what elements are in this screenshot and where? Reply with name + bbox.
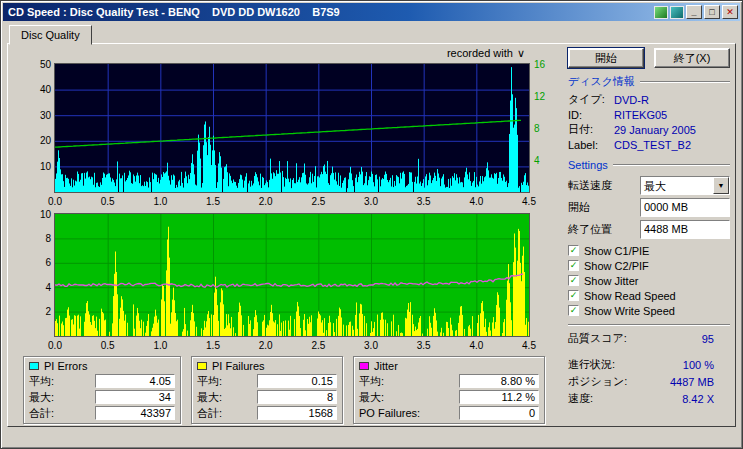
stat-label: 合計:: [29, 406, 54, 421]
disc-type-value: DVD-R: [614, 94, 649, 106]
show-options-list: ✓ Show C1/PIE ✓ Show C2/PIF ✓ Show Jitte…: [568, 243, 730, 318]
checkbox-box[interactable]: ✓: [568, 245, 579, 256]
end-position-row: 終了位置: [568, 218, 730, 240]
svg-text:3.0: 3.0: [364, 196, 378, 207]
start-position-label: 開始: [568, 200, 590, 215]
checkbox-label: Show Read Speed: [584, 290, 676, 302]
tab-panel: recorded with∨ 10203040504812160.00.51.0…: [7, 43, 736, 427]
svg-text:1.0: 1.0: [153, 196, 167, 207]
stat-label: 平均:: [29, 374, 54, 389]
stat-value: 34: [95, 390, 175, 404]
svg-text:3.5: 3.5: [417, 196, 431, 207]
checkbox-label: Show C2/PIF: [584, 260, 649, 272]
pi-failures-swatch: [197, 362, 207, 370]
svg-text:8: 8: [534, 123, 540, 134]
recorded-with-text: recorded with: [447, 47, 513, 59]
checkbox-box[interactable]: ✓: [568, 305, 579, 316]
start-button[interactable]: 開始: [568, 48, 644, 68]
speed-row: 速度: 8.42 X: [568, 390, 730, 407]
pi-errors-swatch: [29, 362, 39, 370]
svg-text:1.5: 1.5: [206, 340, 220, 351]
minimize-button[interactable]: _: [686, 5, 702, 19]
stat-value: 8: [257, 390, 337, 404]
disc-label-value: CDS_TEST_B2: [614, 139, 691, 151]
svg-text:10: 10: [40, 161, 52, 172]
check-icon: ✓: [570, 291, 578, 300]
svg-text:10: 10: [40, 210, 52, 220]
check-icon: ✓: [570, 246, 578, 255]
stat-row: 平均: 8.80 %: [359, 373, 539, 389]
check-icon: ✓: [570, 261, 578, 270]
svg-text:1.5: 1.5: [206, 196, 220, 207]
exit-button[interactable]: 終了(X): [654, 48, 730, 68]
checkbox-box[interactable]: ✓: [568, 260, 579, 271]
control-panel: 開始 終了(X) ディスク情報 タイプ: DVD-R ID: RITEKG05 …: [559, 47, 732, 423]
svg-text:6: 6: [45, 257, 51, 268]
speed-select[interactable]: 最大 ▼: [640, 176, 730, 195]
stat-label: PO Failures:: [359, 407, 420, 419]
disc-label-label: Label:: [568, 139, 614, 151]
chevron-down-icon[interactable]: ▼: [713, 177, 729, 194]
tab-disc-quality[interactable]: Disc Quality: [9, 25, 92, 45]
close-button[interactable]: ✕: [722, 5, 738, 19]
svg-text:12: 12: [534, 91, 546, 102]
stat-label: 最大:: [29, 390, 54, 405]
checkbox-label: Show C1/PIE: [584, 245, 649, 257]
position-label: ポジション:: [568, 374, 627, 389]
svg-text:4.5: 4.5: [522, 196, 536, 207]
speed-select-value: 最大: [641, 177, 713, 194]
stat-label: 合計:: [197, 406, 222, 421]
start-position-input[interactable]: [640, 198, 730, 217]
divider: [568, 324, 730, 326]
svg-text:20: 20: [40, 135, 52, 146]
stat-value: 43397: [95, 406, 175, 420]
pi-failures-stats-box: PI Failures 平均: 0.15 最大: 8 合計: 1568: [191, 356, 343, 424]
disc-type-row: タイプ: DVD-R: [568, 92, 730, 107]
stats-row: PI Errors 平均: 4.05 最大: 34 合計: 43397: [23, 356, 559, 424]
progress-row: 進行状況: 100 %: [568, 356, 730, 373]
pi-errors-chart: 10203040504812160.00.51.01.52.02.53.03.5…: [11, 60, 559, 210]
green-app-icon[interactable]: [654, 6, 668, 19]
checkbox-box[interactable]: ✓: [568, 275, 579, 286]
disc-date-label: 日付:: [568, 122, 614, 137]
checkbox-show-c1-pie[interactable]: ✓ Show C1/PIE: [568, 243, 730, 258]
jitter-stats-box: Jitter 平均: 8.80 % 最大: 11.2 % PO Failures…: [353, 356, 545, 424]
pi-failures-legend: PI Failures: [197, 359, 337, 373]
title-bar[interactable]: CD Speed : Disc Quality Test - BENQ DVD …: [3, 3, 740, 21]
tab-strip: Disc Quality: [7, 24, 736, 43]
checkbox-show-read-speed[interactable]: ✓ Show Read Speed: [568, 288, 730, 303]
stat-label: 平均:: [359, 374, 384, 389]
checkbox-show-c2-pif[interactable]: ✓ Show C2/PIF: [568, 258, 730, 273]
svg-text:3.0: 3.0: [364, 340, 378, 351]
checkbox-box[interactable]: ✓: [568, 290, 579, 301]
disc-date-row: 日付: 29 January 2005: [568, 122, 730, 137]
disc-info-header: ディスク情報: [568, 74, 730, 89]
app-window: CD Speed : Disc Quality Test - BENQ DVD …: [0, 0, 743, 449]
end-position-input[interactable]: [640, 220, 730, 239]
svg-text:2.5: 2.5: [311, 340, 325, 351]
pi-errors-legend: PI Errors: [29, 359, 175, 373]
recorded-with-label: recorded with∨: [11, 47, 559, 60]
chart-area: recorded with∨ 10203040504812160.00.51.0…: [11, 47, 559, 423]
svg-text:50: 50: [40, 60, 52, 70]
checkbox-show-write-speed[interactable]: ✓ Show Write Speed: [568, 303, 730, 318]
checkbox-show-jitter[interactable]: ✓ Show Jitter: [568, 273, 730, 288]
maximize-button[interactable]: □: [704, 5, 720, 19]
speed-value: 8.42 X: [682, 393, 714, 405]
pi-failures-title: PI Failures: [212, 360, 265, 372]
end-position-label: 終了位置: [568, 222, 612, 237]
svg-text:1.0: 1.0: [153, 340, 167, 351]
check-icon: ✓: [570, 276, 578, 285]
stat-value: 4.05: [95, 374, 175, 388]
quality-score-value: 95: [702, 333, 714, 345]
chevron-down-icon: ∨: [517, 47, 525, 60]
disc-date-value: 29 January 2005: [614, 124, 696, 136]
svg-text:4.5: 4.5: [522, 340, 536, 351]
check-icon: ✓: [570, 306, 578, 315]
progress-label: 進行状況:: [568, 357, 615, 372]
svg-text:0.5: 0.5: [101, 340, 115, 351]
settings-header-text: Settings: [568, 159, 608, 171]
stat-row: 合計: 43397: [29, 405, 175, 421]
teal-app-icon[interactable]: [670, 6, 684, 19]
position-value: 4487 MB: [670, 376, 714, 388]
